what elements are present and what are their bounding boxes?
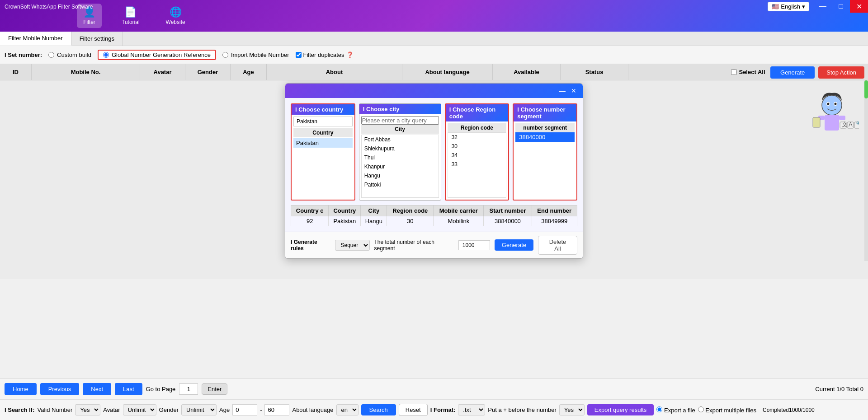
export-button[interactable]: Export query results [587, 404, 654, 415]
format-select[interactable]: .txt.csv.xlsx [458, 404, 485, 415]
custom-build-option[interactable]: Custom build [48, 51, 91, 58]
svg-rect-8 [813, 117, 820, 127]
res-col-city: City [361, 205, 387, 216]
city-list[interactable]: Fort Abbas Shiekhupura Thul Khanpur Hang… [361, 135, 439, 198]
city-item-5[interactable]: Pattoki [362, 180, 439, 189]
svg-text:A: A [849, 121, 853, 128]
plus-label: Put a + before the number [488, 406, 556, 413]
previous-button[interactable]: Previous [40, 383, 80, 395]
region-item-2[interactable]: 34 [448, 151, 506, 160]
last-button[interactable]: Last [115, 383, 142, 395]
stop-action-button[interactable]: Stop Action [818, 66, 864, 79]
col-gender: Gender [185, 64, 231, 80]
result-row-0: 92 Pakistan Hangu 30 Mobilink 38840000 3… [291, 216, 577, 226]
language-selector[interactable]: 🇺🇸 English ▾ [768, 2, 809, 11]
segment-panel: I Choose number segment number segment 3… [513, 103, 577, 201]
region-item-3[interactable]: 33 [448, 160, 506, 169]
scroll-bar[interactable] [864, 80, 868, 261]
modal-generate-button[interactable]: Generate [495, 239, 533, 251]
city-item-3[interactable]: Khanpur [362, 162, 439, 171]
filter-duplicates-option[interactable]: Filter duplicates ❓ [296, 51, 354, 58]
filter-dup-checkbox[interactable] [296, 52, 302, 58]
city-panel-header: I Choose city [359, 104, 441, 114]
valid-number-select[interactable]: YesNo [75, 404, 100, 415]
region-item-0[interactable]: 32 [448, 133, 506, 142]
res-cell-city: Hangu [361, 216, 387, 226]
generate-button[interactable]: Generate [770, 66, 815, 79]
export-multiple-radio[interactable] [698, 406, 704, 412]
age-to-input[interactable] [264, 404, 289, 415]
top-actions: Generate Stop Action [767, 65, 868, 80]
age-dash: - [260, 406, 262, 413]
city-search-input[interactable] [361, 116, 439, 125]
svg-text:文: 文 [842, 121, 848, 128]
col-avatar: Avatar [140, 64, 185, 80]
maximize-button[interactable]: □ [832, 0, 850, 13]
flag-icon: 🇺🇸 [772, 3, 779, 10]
res-cell-country-c: 92 [291, 216, 329, 226]
import-mobile-option[interactable]: Import Mobile Number [222, 51, 289, 58]
country-search-input[interactable] [293, 117, 353, 126]
about-lang-select[interactable]: enarzhes [336, 404, 359, 415]
global-ref-radio[interactable] [103, 52, 109, 58]
modal-footer: I Generate rules Sequer The total number… [285, 232, 583, 258]
country-list-item[interactable]: Pakistan [293, 138, 353, 148]
close-button[interactable]: ✕ [850, 0, 868, 13]
col-age: Age [231, 64, 267, 80]
tab-filter-mobile[interactable]: Filter Mobile Number [0, 32, 71, 46]
select-all-checkbox[interactable] [731, 69, 737, 75]
svg-rect-5 [825, 115, 839, 131]
export-file-radio[interactable] [656, 406, 662, 412]
res-col-start: Start number [484, 205, 532, 216]
region-panel-header: I Choose Region code [446, 104, 509, 121]
country-panel: I Choose country Country Pakistan [291, 103, 355, 201]
city-item-0[interactable]: Fort Abbas [362, 135, 439, 144]
res-col-carrier: Mobile carrier [434, 205, 484, 216]
window-controls: — □ ✕ [814, 0, 868, 13]
next-button[interactable]: Next [83, 383, 111, 395]
city-item-4[interactable]: Hangu [362, 171, 439, 180]
bottom-nav: Home Previous Next Last Go to Page Enter… [0, 378, 868, 399]
nav-icons: 👤 Filter 📄 Tutorial 🌐 Website [77, 4, 192, 28]
reset-button[interactable]: Reset [399, 404, 428, 416]
goto-label: Go to Page [146, 386, 176, 392]
segment-list[interactable]: 38840000 [515, 132, 575, 198]
city-item-2[interactable]: Thul [362, 153, 439, 162]
nav-tutorial[interactable]: 📄 Tutorial [115, 4, 146, 28]
total-number-input[interactable] [458, 240, 490, 250]
generate-rules-select[interactable]: Sequer [335, 240, 370, 251]
website-label: Website [166, 19, 185, 25]
region-list[interactable]: 32 30 34 33 [448, 132, 507, 198]
search-button[interactable]: Search [361, 404, 396, 415]
plus-select[interactable]: YesNo [559, 404, 585, 415]
modal-overlay: — ✕ I Choose country Country [0, 80, 868, 279]
nav-website[interactable]: 🌐 Website [160, 4, 192, 28]
age-label: Age [219, 406, 230, 413]
modal-close-button[interactable]: ✕ [568, 86, 579, 95]
tab-filter-settings[interactable]: Filter settings [71, 32, 123, 46]
export-multiple-option[interactable]: Export multiple files [698, 406, 756, 414]
avatar-select[interactable]: UnlimitYesNo [123, 404, 156, 415]
svg-point-4 [835, 103, 837, 105]
age-from-input[interactable] [232, 404, 257, 415]
modal-delete-button[interactable]: Delete All [538, 236, 577, 255]
city-item-1[interactable]: Shiekhupura [362, 144, 439, 153]
modal-minimize-button[interactable]: — [557, 86, 568, 95]
goto-input[interactable] [179, 383, 198, 395]
custom-build-radio[interactable] [48, 52, 54, 58]
col-available: Available [493, 64, 561, 80]
res-cell-carrier: Mobilink [434, 216, 484, 226]
segment-item-0[interactable]: 38840000 [515, 132, 575, 142]
help-icon: ❓ [346, 51, 354, 58]
col-id: ID [0, 64, 32, 80]
import-radio[interactable] [222, 52, 228, 58]
scroll-thumb[interactable] [864, 80, 868, 98]
home-button[interactable]: Home [5, 383, 37, 395]
export-file-option[interactable]: Export a file [656, 406, 695, 414]
enter-button[interactable]: Enter [202, 383, 227, 395]
gender-select[interactable]: UnlimitMaleFemale [181, 404, 217, 415]
res-col-country-c: Country c [291, 205, 329, 216]
minimize-button[interactable]: — [814, 0, 832, 13]
modal-titlebar: — ✕ [285, 84, 583, 98]
region-item-1[interactable]: 30 [448, 142, 506, 151]
